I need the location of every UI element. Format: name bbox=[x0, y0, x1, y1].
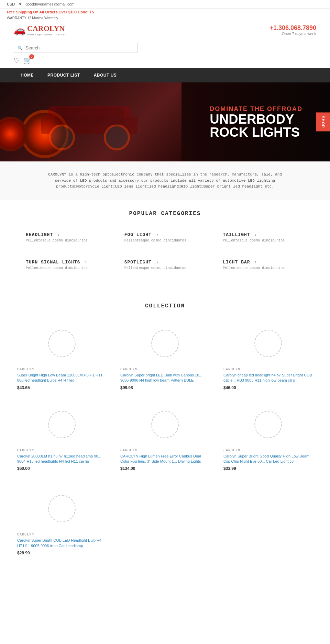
search-box: 🔍 bbox=[14, 43, 138, 53]
product-brand-5: CAROLYN bbox=[120, 449, 210, 452]
product-placeholder-circle-7 bbox=[48, 495, 76, 522]
category-desc-fog: Pellentesque cosmo dinciduntos bbox=[124, 239, 206, 242]
product-image-2 bbox=[120, 323, 210, 364]
category-arrow-headlight: › bbox=[57, 233, 60, 237]
category-name-spot: SPOTLIGHT › bbox=[124, 260, 206, 265]
site-header: 🚗 CAROLYN Auto Light Sales Agency +1.306… bbox=[0, 21, 330, 39]
category-arrow-spot: › bbox=[156, 260, 159, 265]
svg-point-2 bbox=[50, 125, 74, 149]
icon-row: ♡ 🛒 0 bbox=[0, 55, 330, 68]
product-brand-7: CAROLYN bbox=[17, 533, 106, 536]
hero-jeep-svg bbox=[21, 86, 158, 155]
logo-text: CAROLYN bbox=[27, 24, 65, 33]
product-brand-1: CAROLYN bbox=[17, 368, 107, 371]
search-input[interactable] bbox=[25, 45, 134, 50]
product-image-7 bbox=[17, 488, 106, 529]
category-light-bar[interactable]: LIGHT BAR › Pellentesque cosmo dincidunt… bbox=[218, 255, 309, 275]
product-placeholder-circle-6 bbox=[254, 411, 282, 438]
svg-rect-4 bbox=[55, 108, 124, 125]
logo[interactable]: 🚗 CAROLYN Auto Light Sales Agency bbox=[14, 24, 65, 36]
section-divider bbox=[14, 289, 316, 289]
product-card-6[interactable]: CAROLYN Carolyn Super Bright Good Qualit… bbox=[220, 400, 316, 475]
product-card-2[interactable]: CAROLYN Carolyn Super bright LED Bulb wi… bbox=[117, 319, 213, 394]
categories-title: POPULAR CATEGORIES bbox=[14, 211, 316, 217]
product-card-7[interactable]: CAROLYN Carolyn Super Bright COB LED Hea… bbox=[14, 485, 110, 559]
main-nav: HOME PRODUCT LIST ABOUT US bbox=[0, 68, 330, 82]
currency-selector[interactable]: USD bbox=[7, 2, 15, 6]
product-image-6 bbox=[223, 404, 313, 445]
category-headlight[interactable]: HEADLIGHT › Pellentesque cosmo dincidunt… bbox=[21, 227, 112, 248]
search-icon: 🔍 bbox=[18, 46, 23, 50]
product-placeholder-circle-1 bbox=[48, 330, 76, 357]
product-name-2[interactable]: Carolyn Super bright LED Bulb with Canbu… bbox=[120, 373, 210, 383]
search-area: 🔍 bbox=[0, 39, 330, 55]
hero-line1: UNDERBODY bbox=[210, 113, 302, 126]
category-turn-signal[interactable]: TURN SIGNAL LIGHTS › Pellentesque cosmo … bbox=[21, 255, 112, 275]
top-bar: USD ▼ gooddriverjames@gmail.com bbox=[0, 0, 330, 9]
category-name-turn: TURN SIGNAL LIGHTS › bbox=[26, 260, 107, 265]
phone-section: +1.306.068.7890 Open 7 days a week bbox=[270, 24, 316, 36]
product-name-7[interactable]: Carolyn Super Bright COB LED Headlight B… bbox=[17, 538, 106, 549]
product-name-6[interactable]: Carolyn Super Bright Good Quality High L… bbox=[223, 454, 313, 464]
wishlist-button[interactable]: ♡ bbox=[14, 56, 20, 65]
phone-number: +1.306.068.7890 bbox=[270, 24, 316, 32]
logo-car-icon: 🚗 bbox=[14, 24, 26, 36]
product-placeholder-circle-3 bbox=[254, 330, 282, 357]
product-price-1: $43.65 bbox=[17, 385, 107, 390]
product-card-5[interactable]: CAROLYN CAROLYN High Lumen Free Error Ca… bbox=[117, 400, 213, 475]
collection-title: COLLECTION bbox=[14, 303, 316, 309]
collection-section: COLLECTION CAROLYN Super Bright High Low… bbox=[0, 293, 330, 485]
svg-point-3 bbox=[105, 125, 129, 149]
hero-shop-button[interactable]: SHOP bbox=[316, 112, 330, 131]
category-name-fog: FOG LIGHT › bbox=[124, 232, 206, 237]
product-name-5[interactable]: CAROLYN High Lumen Free Error Canbus Dua… bbox=[120, 454, 210, 464]
cart-button[interactable]: 🛒 0 bbox=[23, 56, 32, 65]
currency-arrow-icon: ▼ bbox=[18, 2, 22, 6]
category-fog-light[interactable]: FOG LIGHT › Pellentesque cosmo dincidunt… bbox=[119, 227, 211, 248]
category-spotlight[interactable]: SPOTLIGHT › Pellentesque cosmo dincidunt… bbox=[119, 255, 211, 275]
category-taillight[interactable]: TAILLIGHT › Pellentesque cosmo dincidunt… bbox=[218, 227, 309, 248]
product-card-1[interactable]: CAROLYN Super Bright High Low Beam 12000… bbox=[14, 319, 110, 394]
about-section: CAROLYN™ is a high-tech optoelectronic c… bbox=[0, 161, 330, 200]
nav-item-product-list[interactable]: PRODUCT LIST bbox=[41, 68, 87, 82]
product-image-1 bbox=[17, 323, 107, 364]
hero-car-background bbox=[0, 82, 182, 161]
last-product-row: CAROLYN Carolyn Super Bright COB LED Hea… bbox=[0, 485, 330, 569]
category-desc-headlight: Pellentesque cosmo dinciduntos bbox=[26, 239, 107, 242]
product-name-3[interactable]: Carolyn cheap led headlight h4 h7 Super … bbox=[223, 373, 313, 383]
categories-section: POPULAR CATEGORIES HEADLIGHT › Pellentes… bbox=[0, 200, 330, 285]
hero-tagline: DOMINATE THE OFFROAD bbox=[210, 105, 302, 113]
product-brand-6: CAROLYN bbox=[223, 449, 313, 452]
product-price-3: $46.00 bbox=[223, 385, 313, 390]
product-placeholder-circle-5 bbox=[151, 411, 179, 438]
products-grid: CAROLYN Super Bright High Low Beam 12000… bbox=[14, 319, 316, 475]
product-price-5: $134.00 bbox=[120, 466, 210, 471]
product-brand-2: CAROLYN bbox=[120, 368, 210, 371]
category-name-headlight: HEADLIGHT › bbox=[26, 232, 107, 237]
product-placeholder-circle-2 bbox=[151, 330, 179, 357]
product-card-3[interactable]: CAROLYN Carolyn cheap led headlight h4 h… bbox=[220, 319, 316, 394]
product-brand-4: CAROLYN bbox=[17, 449, 107, 452]
about-text: CAROLYN™ is a high-tech optoelectronic c… bbox=[41, 172, 289, 190]
product-price-2: $99.98 bbox=[120, 385, 210, 390]
nav-item-home[interactable]: HOME bbox=[14, 68, 41, 82]
category-desc-tail: Pellentesque cosmo dinciduntos bbox=[223, 239, 304, 242]
product-price-4: $60.00 bbox=[17, 466, 107, 471]
category-arrow-turn: › bbox=[85, 260, 87, 265]
product-placeholder-circle-4 bbox=[48, 411, 76, 438]
product-name-1[interactable]: Super Bright High Low Beam 12000LM H3 H1… bbox=[17, 373, 107, 383]
category-arrow-fog: › bbox=[156, 233, 159, 237]
product-image-3 bbox=[223, 323, 313, 364]
product-name-4[interactable]: Carolyn 20000LM h1 h3 h7 h11led headlamp… bbox=[17, 454, 107, 464]
product-card-4[interactable]: CAROLYN Carolyn 20000LM h1 h3 h7 h11led … bbox=[14, 400, 110, 475]
category-arrow-tail: › bbox=[254, 233, 257, 237]
product-image-4 bbox=[17, 404, 107, 445]
email-display: gooddriverjames@gmail.com bbox=[25, 2, 75, 6]
category-desc-bar: Pellentesque cosmo dinciduntos bbox=[223, 266, 304, 270]
cart-count-badge: 0 bbox=[29, 54, 34, 59]
nav-item-about-us[interactable]: ABOUT US bbox=[87, 68, 124, 82]
product-price-6: $33.99 bbox=[223, 466, 313, 471]
product-brand-3: CAROLYN bbox=[223, 368, 313, 371]
category-desc-turn: Pellentesque cosmo dinciduntos bbox=[26, 266, 107, 270]
category-desc-spot: Pellentesque cosmo dinciduntos bbox=[124, 266, 206, 270]
